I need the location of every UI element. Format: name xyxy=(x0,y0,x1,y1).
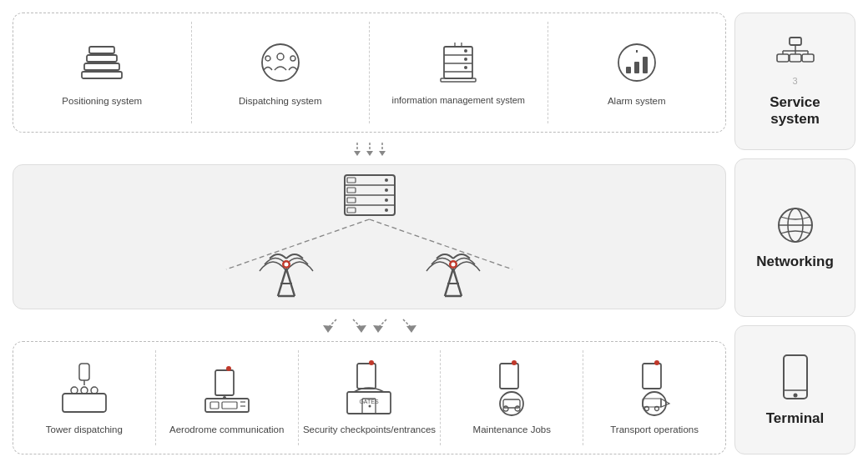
main-container: Positioning system xyxy=(0,0,868,467)
networking-label: Networking xyxy=(756,254,834,270)
info-mgmt-system-item: information management system xyxy=(370,22,548,123)
arrows-top-to-mid xyxy=(13,141,726,156)
svg-point-66 xyxy=(71,387,78,394)
terminal-label: Terminal xyxy=(766,410,825,427)
svg-point-37 xyxy=(385,178,388,182)
svg-rect-1 xyxy=(84,63,119,70)
arrows-mid-to-bottom xyxy=(13,318,726,333)
service-system-panel: 3 Service system xyxy=(734,13,855,150)
bottom-row: Tower dispatching xyxy=(13,341,726,454)
dispatching-icon xyxy=(255,38,305,88)
svg-rect-34 xyxy=(347,188,356,193)
svg-rect-109 xyxy=(784,355,807,399)
tower-dispatching-label: Tower dispatching xyxy=(46,423,123,436)
svg-rect-21 xyxy=(643,57,648,73)
svg-point-67 xyxy=(81,387,88,394)
svg-rect-65 xyxy=(63,394,106,412)
svg-rect-75 xyxy=(222,402,237,409)
networking-panel: Networking xyxy=(734,158,855,317)
svg-point-40 xyxy=(385,208,388,212)
svg-rect-19 xyxy=(626,67,631,73)
svg-marker-56 xyxy=(323,325,333,333)
svg-rect-63 xyxy=(79,364,89,380)
alarm-icon xyxy=(612,38,662,88)
globe-icon xyxy=(775,205,815,245)
svg-rect-3 xyxy=(89,47,114,53)
alarm-label: Alarm system xyxy=(608,94,666,108)
svg-point-72 xyxy=(226,366,231,371)
svg-point-38 xyxy=(385,188,388,192)
connection-lines xyxy=(22,215,717,282)
svg-rect-2 xyxy=(87,55,117,62)
svg-point-111 xyxy=(793,393,797,397)
svg-point-83 xyxy=(369,405,371,408)
transport-label: Transport operations xyxy=(610,423,699,436)
svg-point-68 xyxy=(91,387,98,394)
info-mgmt-label: information management system xyxy=(391,94,525,107)
aerodrome-icon xyxy=(198,359,256,418)
terminal-panel: Terminal xyxy=(734,325,855,454)
svg-point-89 xyxy=(515,406,520,411)
svg-marker-62 xyxy=(406,325,416,333)
maintenance-label: Maintenance Jobs xyxy=(473,423,551,436)
maintenance-item: Maintenance Jobs xyxy=(441,350,583,445)
svg-point-13 xyxy=(464,66,467,69)
svg-marker-28 xyxy=(379,151,386,156)
top-row: Positioning system xyxy=(13,13,726,133)
svg-rect-73 xyxy=(205,399,249,412)
maintenance-icon xyxy=(482,359,541,418)
svg-rect-74 xyxy=(210,402,219,409)
svg-rect-15 xyxy=(441,78,476,82)
svg-point-91 xyxy=(654,360,659,365)
svg-point-4 xyxy=(262,44,299,81)
transport-item: Transport operations xyxy=(583,350,725,445)
svg-point-12 xyxy=(464,58,467,61)
svg-point-6 xyxy=(265,56,270,61)
svg-line-41 xyxy=(226,219,370,269)
security-item: GATES Security checkpoints/entrances xyxy=(299,350,442,445)
alarm-system-item: Alarm system xyxy=(548,22,726,123)
svg-rect-103 xyxy=(777,54,789,62)
svg-marker-24 xyxy=(354,151,361,156)
svg-line-42 xyxy=(370,219,513,269)
left-column: Positioning system xyxy=(13,13,726,454)
svg-rect-104 xyxy=(790,54,801,62)
security-label: Security checkpoints/entrances xyxy=(303,423,436,436)
svg-rect-8 xyxy=(444,47,472,78)
svg-rect-84 xyxy=(500,364,518,389)
positioning-system-item: Positioning system xyxy=(13,22,192,123)
svg-point-92 xyxy=(643,392,666,415)
svg-point-39 xyxy=(385,198,388,202)
dispatching-label: Dispatching system xyxy=(239,94,322,108)
svg-rect-97 xyxy=(790,38,801,45)
svg-rect-70 xyxy=(215,370,234,395)
transport-icon xyxy=(625,359,684,418)
dispatching-system-item: Dispatching system xyxy=(192,22,371,123)
svg-point-5 xyxy=(277,53,284,60)
right-column: 3 Service system Networking Terminal xyxy=(734,13,855,454)
server-rack xyxy=(341,173,399,217)
svg-point-14 xyxy=(464,49,467,53)
svg-rect-35 xyxy=(347,198,356,203)
svg-rect-33 xyxy=(347,178,356,183)
svg-rect-93 xyxy=(643,399,661,407)
mid-row xyxy=(13,164,726,309)
positioning-icon xyxy=(77,38,127,88)
svg-rect-0 xyxy=(82,72,122,78)
svg-point-79 xyxy=(369,360,374,365)
svg-rect-78 xyxy=(357,364,376,389)
svg-point-7 xyxy=(290,56,295,61)
aerodrome-label: Aerodrome communication xyxy=(169,423,284,436)
aerodrome-item: Aerodrome communication xyxy=(156,350,299,445)
svg-point-85 xyxy=(512,360,517,365)
tower-dispatching-icon xyxy=(55,359,114,418)
svg-point-88 xyxy=(503,406,508,411)
svg-marker-60 xyxy=(373,325,383,333)
svg-rect-105 xyxy=(802,54,814,62)
svg-rect-90 xyxy=(643,364,661,389)
info-mgmt-icon xyxy=(433,38,483,88)
network-tree-icon xyxy=(775,36,816,69)
svg-marker-58 xyxy=(356,325,366,333)
positioning-label: Positioning system xyxy=(62,94,142,108)
service-system-label: Service system xyxy=(744,94,846,128)
